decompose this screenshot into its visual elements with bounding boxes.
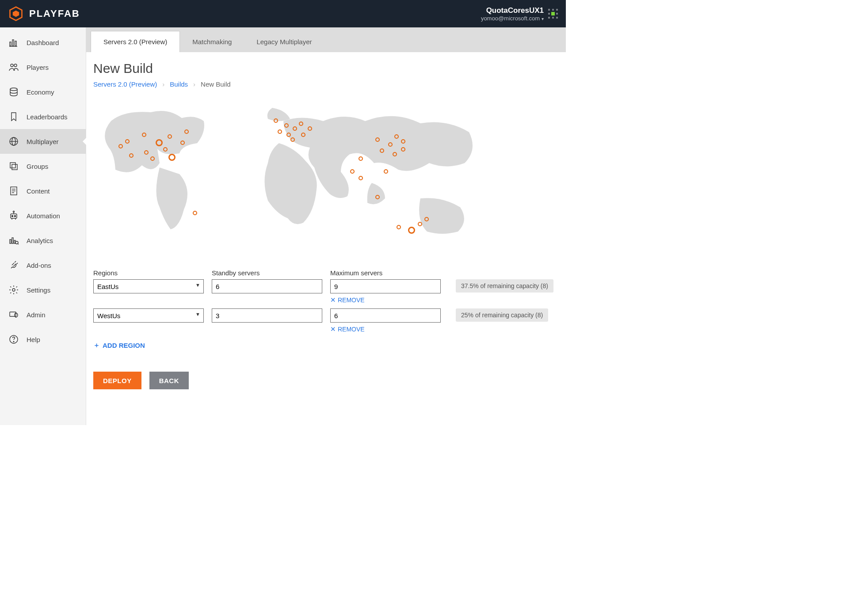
sidebar-item-players[interactable]: Players (0, 55, 86, 80)
chevron-down-icon: ▾ (542, 16, 544, 21)
world-map (93, 97, 518, 256)
help-icon (8, 334, 19, 345)
remove-region-button[interactable]: ✕ REMOVE (330, 296, 441, 304)
user-email: yomoo@microsoft.com▾ (481, 15, 544, 22)
document-icon (8, 185, 19, 197)
app-header: PLAYFAB QuotaCoresUX1 yomoo@microsoft.co… (0, 0, 566, 27)
svg-rect-4 (15, 41, 16, 46)
breadcrumb-link-builds[interactable]: Builds (170, 80, 188, 88)
svg-rect-3 (12, 40, 14, 46)
user-name: QuotaCoresUX1 (481, 6, 544, 15)
sidebar-item-content[interactable]: Content (0, 179, 86, 203)
chevron-right-icon: › (193, 80, 195, 88)
svg-rect-25 (10, 240, 11, 243)
breadcrumb: Servers 2.0 (Preview) › Builds › New Bui… (93, 80, 559, 88)
breadcrumb-link-servers[interactable]: Servers 2.0 (Preview) (93, 80, 157, 88)
robot-icon (8, 210, 19, 221)
regions-grid-header: Regions Standby servers Maximum servers (93, 269, 559, 277)
gear-icon (8, 284, 19, 296)
page-title: New Build (93, 61, 559, 76)
sidebar-item-leaderboards[interactable]: Leaderboards (0, 104, 86, 129)
maximum-input[interactable] (330, 308, 441, 323)
sidebar-item-label: Analytics (27, 237, 53, 244)
database-icon (8, 86, 19, 98)
sidebar-item-settings[interactable]: Settings (0, 278, 86, 302)
app-switcher-icon[interactable] (548, 9, 558, 19)
shield-icon (8, 309, 19, 320)
tab-bar: Servers 2.0 (Preview) Matchmaking Legacy… (86, 27, 566, 52)
svg-point-32 (12, 289, 15, 291)
analytics-icon (8, 235, 19, 246)
svg-point-20 (15, 216, 16, 217)
svg-point-35 (13, 341, 14, 342)
sidebar-item-label: Groups (27, 163, 48, 170)
globe-icon (8, 136, 19, 147)
sidebar-item-economy[interactable]: Economy (0, 80, 86, 104)
back-button[interactable]: BACK (149, 372, 189, 389)
sidebar-item-label: Automation (27, 212, 60, 220)
svg-rect-13 (10, 163, 15, 168)
sidebar-item-label: Content (27, 187, 50, 195)
deploy-button[interactable]: DEPLOY (93, 372, 141, 389)
column-standby: Standby servers (212, 269, 322, 277)
playfab-logo-icon (8, 6, 24, 22)
standby-input[interactable] (212, 279, 322, 293)
region-select[interactable]: EastUs (93, 279, 204, 293)
svg-line-30 (15, 261, 16, 262)
remove-region-button[interactable]: ✕ REMOVE (330, 325, 441, 333)
sidebar-item-label: Help (27, 336, 40, 343)
sidebar-item-automation[interactable]: Automation (0, 203, 86, 228)
standby-input[interactable] (212, 308, 322, 323)
svg-rect-12 (12, 164, 17, 170)
tab-matchmaking[interactable]: Matchmaking (180, 31, 244, 52)
sidebar-item-label: Players (27, 64, 49, 71)
user-menu[interactable]: QuotaCoresUX1 yomoo@microsoft.com▾ (481, 6, 558, 22)
svg-marker-1 (13, 11, 19, 17)
close-icon: ✕ (330, 296, 336, 304)
chevron-right-icon: › (162, 80, 164, 88)
copy-icon (8, 160, 19, 172)
breadcrumb-current: New Build (201, 80, 231, 88)
region-row: EastUs ✕ REMOVE 37.5% of remaining capac… (93, 279, 559, 304)
region-select[interactable]: WestUs (93, 308, 204, 323)
tab-legacy[interactable]: Legacy Multiplayer (244, 31, 324, 52)
sidebar-item-multiplayer[interactable]: Multiplayer (0, 129, 86, 154)
tab-servers[interactable]: Servers 2.0 (Preview) (91, 31, 180, 52)
close-icon: ✕ (330, 325, 336, 333)
svg-line-29 (18, 243, 19, 244)
svg-rect-2 (10, 42, 11, 46)
sidebar-item-label: Settings (27, 286, 50, 294)
sidebar-item-dashboard[interactable]: Dashboard (0, 30, 86, 55)
svg-point-6 (11, 64, 13, 67)
bar-chart-icon (8, 37, 19, 48)
brand-name: PLAYFAB (29, 8, 80, 19)
sidebar-item-label: Dashboard (27, 39, 59, 46)
sidebar-item-admin[interactable]: Admin (0, 302, 86, 327)
sidebar: Dashboard Players Economy Leaderboards M… (0, 27, 86, 425)
brand[interactable]: PLAYFAB (8, 6, 80, 22)
plus-icon: ＋ (93, 341, 100, 350)
sidebar-item-label: Leaderboards (27, 113, 68, 121)
column-regions: Regions (93, 269, 204, 277)
sidebar-item-addons[interactable]: Add-ons (0, 253, 86, 278)
sidebar-item-label: Admin (27, 311, 46, 319)
svg-point-19 (12, 216, 13, 217)
sidebar-item-label: Add-ons (27, 262, 51, 269)
sidebar-item-label: Multiplayer (27, 138, 59, 145)
sidebar-item-analytics[interactable]: Analytics (0, 228, 86, 253)
sidebar-item-label: Economy (27, 88, 54, 96)
svg-rect-26 (12, 238, 13, 243)
capacity-badge: 25% of remaining capacity (8) (456, 308, 548, 322)
svg-point-22 (13, 211, 15, 213)
maximum-input[interactable] (330, 279, 441, 293)
main-content: Servers 2.0 (Preview) Matchmaking Legacy… (86, 27, 566, 425)
add-region-button[interactable]: ＋ ADD REGION (93, 341, 559, 350)
sidebar-item-help[interactable]: Help (0, 327, 86, 352)
svg-point-8 (10, 88, 17, 91)
users-icon (8, 61, 19, 73)
svg-point-7 (14, 64, 17, 67)
svg-line-31 (16, 263, 18, 264)
bookmark-icon (8, 111, 19, 122)
sidebar-item-groups[interactable]: Groups (0, 154, 86, 179)
column-maximum: Maximum servers (330, 269, 441, 277)
